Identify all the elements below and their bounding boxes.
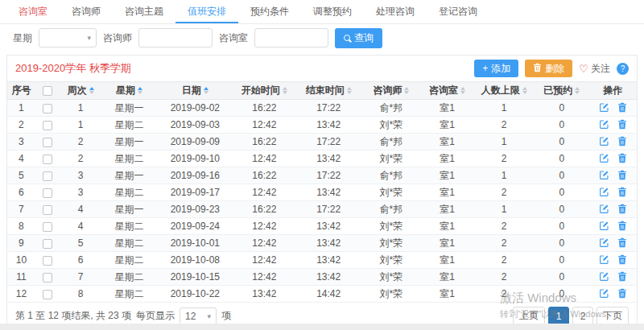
column-header-day[interactable]: 星期 (101, 82, 158, 100)
row-checkbox[interactable] (43, 290, 52, 299)
column-header-date[interactable]: 日期 (157, 82, 233, 100)
row-checkbox[interactable] (43, 222, 52, 232)
sort-icon[interactable] (204, 87, 208, 94)
tab-adjust-appointment[interactable]: 调整预约 (301, 0, 364, 23)
pagination-page-2[interactable]: 2 (572, 307, 593, 325)
delete-icon[interactable] (617, 254, 627, 266)
tab-appointment-conditions[interactable]: 预约条件 (238, 0, 301, 23)
cell-week: 2 (60, 134, 101, 151)
edit-icon[interactable] (599, 221, 609, 233)
column-header-start[interactable]: 开始时间 (233, 82, 295, 100)
edit-icon[interactable] (599, 136, 609, 148)
column-label: 操作 (603, 85, 622, 96)
column-header-counselor[interactable]: 咨询师 (361, 82, 421, 100)
delete-icon[interactable] (617, 170, 627, 182)
column-header-end[interactable]: 结束时间 (295, 82, 361, 100)
cell-room: 室1 (421, 151, 474, 167)
week-filter-select[interactable]: ▾ (39, 28, 97, 47)
column-label: 咨询师 (373, 85, 402, 96)
sort-icon[interactable] (138, 87, 142, 94)
pagination-next[interactable]: 下页 (597, 307, 629, 325)
table-row: 42星期二2019-09-1012:4213:42刘*荣室120 (7, 151, 637, 167)
edit-icon[interactable] (599, 254, 609, 266)
edit-icon[interactable] (599, 170, 609, 182)
row-checkbox[interactable] (43, 205, 52, 215)
edit-icon[interactable] (599, 237, 609, 250)
pagination-page-1[interactable]: 1 (548, 307, 569, 325)
cell-day: 星期二 (101, 235, 158, 252)
cell-max: 2 (473, 218, 535, 235)
delete-icon[interactable] (617, 237, 627, 250)
row-checkbox[interactable] (43, 138, 52, 147)
table-body: 11星期一2019-09-0216:2217:22俞*邦室11021星期二201… (7, 100, 637, 303)
cell-max: 2 (473, 286, 535, 303)
sort-icon[interactable] (283, 87, 287, 94)
delete-icon[interactable] (617, 271, 627, 283)
cell-ops (589, 134, 637, 151)
select-all-checkbox[interactable] (43, 86, 52, 96)
edit-icon[interactable] (599, 187, 609, 199)
tab-consult-topic[interactable]: 咨询主题 (113, 0, 175, 23)
delete-icon[interactable] (617, 288, 627, 300)
row-checkbox[interactable] (43, 121, 52, 130)
delete-button[interactable]: 删除 (525, 60, 572, 77)
cell-end-time: 13:42 (295, 269, 361, 286)
row-checkbox[interactable] (43, 104, 52, 113)
edit-icon[interactable] (599, 153, 609, 165)
column-header-week[interactable]: 周次 (60, 82, 101, 100)
sort-icon[interactable] (460, 87, 465, 94)
row-checkbox[interactable] (43, 155, 52, 164)
tab-duty-schedule[interactable]: 值班安排 (175, 0, 238, 23)
edit-icon[interactable] (599, 288, 609, 300)
delete-icon[interactable] (617, 187, 627, 199)
follow-button[interactable]: ♡ 关注 (579, 62, 610, 76)
edit-icon[interactable] (599, 119, 609, 131)
tab-consult-room[interactable]: 咨询室 (6, 0, 60, 23)
delete-icon[interactable] (617, 221, 627, 233)
search-button[interactable]: 查询 (335, 28, 382, 48)
room-filter-input[interactable] (254, 28, 328, 47)
cell-room: 室1 (421, 134, 474, 151)
cell-date: 2019-09-10 (157, 151, 233, 167)
cell-ops (589, 151, 637, 167)
cell-start-time: 12:42 (233, 117, 295, 134)
tab-counselor[interactable]: 咨询师 (60, 0, 113, 23)
table-row: 53星期一2019-09-1616:2217:22俞*邦室110 (7, 167, 637, 184)
delete-icon[interactable] (617, 102, 627, 114)
pagination-prev[interactable]: 上页 (513, 307, 545, 325)
cell-start-time: 16:22 (233, 134, 295, 151)
row-checkbox[interactable] (43, 273, 52, 283)
cell-start-time: 12:42 (233, 269, 295, 286)
cell-day: 星期一 (101, 100, 158, 117)
cell-end-time: 17:22 (295, 134, 361, 151)
tab-register-consult[interactable]: 登记咨询 (427, 0, 489, 23)
counselor-filter-input[interactable] (138, 28, 213, 47)
delete-icon[interactable] (617, 136, 627, 148)
sort-icon[interactable] (347, 87, 352, 94)
help-icon[interactable]: ? (617, 63, 629, 75)
delete-icon[interactable] (617, 204, 627, 216)
delete-icon[interactable] (617, 153, 627, 165)
row-checkbox[interactable] (43, 171, 52, 181)
per-page-select[interactable]: 12 ▾ (180, 307, 217, 325)
edit-icon[interactable] (599, 102, 609, 114)
column-header-room[interactable]: 咨询室 (421, 82, 474, 100)
edit-icon[interactable] (599, 271, 609, 283)
sort-icon[interactable] (404, 87, 409, 94)
row-checkbox[interactable] (43, 188, 52, 198)
column-header-booked[interactable]: 已预约 (535, 82, 589, 100)
cell-no: 7 (7, 201, 35, 218)
sort-icon[interactable] (522, 87, 527, 94)
column-header-max[interactable]: 人数上限 (473, 82, 535, 100)
add-button[interactable]: + 添加 (474, 60, 518, 77)
cell-counselor: 刘*荣 (361, 117, 421, 134)
edit-icon[interactable] (599, 204, 609, 216)
sort-icon[interactable] (89, 87, 94, 94)
sort-icon[interactable] (575, 87, 580, 94)
cell-date: 2019-10-08 (157, 252, 233, 269)
cell-max: 2 (473, 269, 535, 286)
delete-icon[interactable] (617, 119, 627, 131)
row-checkbox[interactable] (43, 256, 52, 266)
tab-handle-consult[interactable]: 处理咨询 (364, 0, 427, 23)
row-checkbox[interactable] (43, 239, 52, 249)
